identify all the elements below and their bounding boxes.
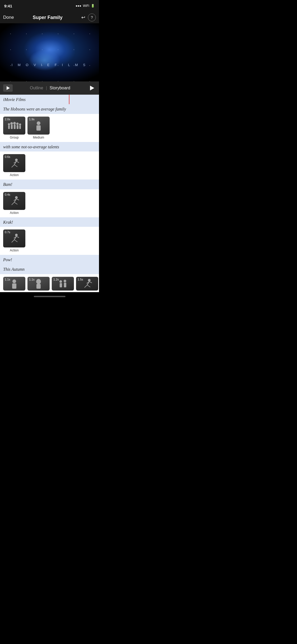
scene-text-7: This Autumn [3,267,25,272]
svg-point-32 [36,279,41,284]
svg-line-41 [87,285,90,287]
medium-silhouette-icon [31,119,46,131]
status-time: 9:41 [4,4,12,8]
scene-text-row-4[interactable]: Bam! [0,180,99,189]
nebula-glow-2 [29,50,60,71]
svg-point-6 [16,123,19,125]
svg-line-20 [12,202,14,205]
svg-point-38 [88,279,91,282]
storyboard-content: iMovie Films The Hobsons were an average… [0,95,99,292]
svg-point-34 [59,280,62,283]
clip-duration-4: 0.4s [5,193,10,196]
tab-outline[interactable]: Outline [30,86,43,90]
clip-duration-5: 0.7s [5,231,10,234]
svg-point-12 [15,159,18,161]
scene-text-row-1[interactable]: iMovie Films [0,95,99,104]
clip-duration-1: 2.0s [5,118,10,121]
clip-label-group: Group [10,136,18,139]
clip-img-autumn-3: 1.2s [52,277,74,291]
scene-text-1: iMovie Films [3,97,26,102]
scene-text-2: The Hobsons were an average family [3,107,66,111]
preview-thumbnail[interactable] [3,84,13,92]
undo-button[interactable]: ↩ [81,15,85,20]
svg-line-26 [12,240,14,242]
svg-line-14 [12,165,14,167]
clip-label-action-2: Action [10,211,18,215]
svg-line-21 [14,202,17,204]
status-icons: ●●● WiFi 🔋 [76,4,95,8]
svg-line-29 [16,236,19,238]
svg-rect-37 [64,283,66,287]
scene-text-5: Krak! [3,220,13,224]
action-silhouette-icon-3 [6,232,22,244]
svg-line-27 [14,240,17,242]
wifi-icon: WiFi [83,4,89,8]
battery-icon: 🔋 [91,4,95,8]
svg-point-10 [37,121,40,125]
svg-point-2 [10,122,13,125]
scene-text-row-7[interactable]: This Autumn [0,264,99,274]
clip-autumn-2[interactable]: 1.1s [27,277,50,291]
scene-clips-row-2: 2.0s G [0,114,99,142]
clip-img-group: 2.0s [3,117,25,135]
scene-text-row-5[interactable]: Krak! [0,217,99,227]
clip-duration-7d: 1.5s [78,278,83,281]
clip-img-action-2: 0.4s [3,192,25,210]
clip-duration-2: 1.9s [29,118,35,121]
home-indicator [34,296,65,297]
clip-duration-7c: 1.2s [53,278,59,281]
svg-rect-31 [12,283,16,289]
svg-point-24 [15,234,18,236]
clip-autumn-4[interactable]: 1.5s [76,277,98,291]
clip-img-action-1: 0.6s [3,154,25,172]
help-button[interactable]: ? [88,13,96,21]
svg-rect-3 [11,125,13,129]
clip-action-3[interactable]: 0.7s Action [3,229,25,252]
scene-text-3: with some not-so-average talents [3,145,59,149]
clip-action-1[interactable]: 0.6s Action [3,154,25,177]
scene-text-row-3[interactable]: with some not-so-average talents [0,142,99,151]
done-button[interactable]: Done [3,15,14,20]
clip-img-autumn-4: 1.5s [76,277,98,291]
svg-line-15 [14,165,17,167]
scene-text-row-2[interactable]: The Hobsons were an average family [0,104,99,114]
scene-clips-row-4: 0.4s Action [0,189,99,217]
play-button[interactable] [87,84,96,92]
svg-line-43 [89,282,92,283]
svg-point-18 [15,196,18,199]
svg-rect-35 [60,283,62,287]
svg-line-17 [16,161,19,163]
scene-clips-row-7: 1.1s 1.1s [0,274,99,292]
help-icon: ? [91,15,93,20]
svg-point-36 [64,280,66,282]
clip-img-action-3: 0.7s [3,229,25,247]
scene-text-row-6[interactable]: Pow! [0,255,99,264]
status-bar: 9:41 ●●● WiFi 🔋 [0,0,99,12]
tab-separator: | [46,86,47,90]
clip-autumn-1[interactable]: 1.1s [3,277,25,291]
clip-autumn-3[interactable]: 1.2s [52,277,74,291]
play-thumb-icon [7,86,10,90]
svg-rect-7 [17,125,18,129]
clip-duration-7a: 1.1s [5,278,10,281]
clip-medium[interactable]: 1.9s Medium [27,117,50,139]
clip-action-2[interactable]: 0.4s Action [3,192,25,215]
scene-text-4: Bam! [3,182,12,187]
nav-bar: Done Super Family ↩ ? [0,12,99,23]
view-tabs: Outline | Storyboard [30,86,70,90]
tab-storyboard[interactable]: Storyboard [50,86,70,90]
nav-title: Super Family [33,15,63,20]
nav-actions: ↩ ? [81,13,96,21]
clip-img-autumn-2: 1.1s [27,277,50,291]
clip-group[interactable]: 2.0s G [3,117,25,139]
bottom-bar [0,292,99,301]
action-silhouette-icon-2 [6,195,22,207]
video-preview: I M O V I E F I L M S [0,23,99,81]
film-title-text: I M O V I E F I L M S [12,63,87,67]
clip-label-medium: Medium [33,136,44,139]
svg-rect-11 [36,125,41,131]
svg-point-30 [12,279,16,283]
svg-point-8 [19,123,21,126]
clip-duration-3: 0.6s [5,155,10,158]
svg-rect-33 [36,284,41,289]
